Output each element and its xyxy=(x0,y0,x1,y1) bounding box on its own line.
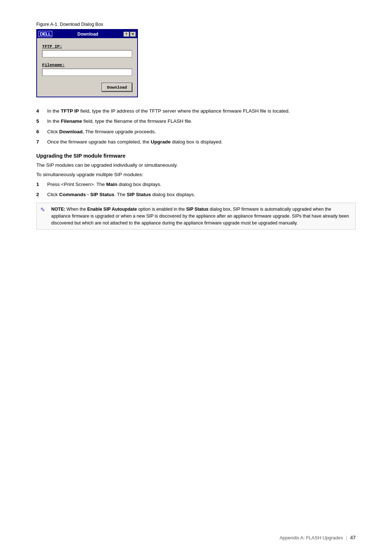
filename-label: Filename: xyxy=(42,62,132,67)
page-footer: Appendix A: FLASH Upgrades | 47 xyxy=(279,535,356,540)
steps-list-2: 1 Press <Print Screen>. The Main dialog … xyxy=(36,181,356,199)
footer-appendix-text: Appendix A: FLASH Upgrades xyxy=(279,535,343,540)
step-1: 1 Press <Print Screen>. The Main dialog … xyxy=(36,181,356,188)
footer-divider: | xyxy=(346,535,347,540)
note-label: NOTE: xyxy=(51,207,66,212)
para-1: The SIP modules can be upgraded individu… xyxy=(36,162,356,169)
filename-input[interactable] xyxy=(42,69,132,76)
dell-logo: DELL xyxy=(38,31,52,37)
dialog-body: TFTP IP: Filename: Download xyxy=(37,38,137,97)
step-1-text: Press <Print Screen>. The Main dialog bo… xyxy=(47,181,356,188)
note-icon: ✎ xyxy=(40,206,48,226)
step-2-num: 2 xyxy=(36,191,47,198)
dialog-controls: ? ✕ xyxy=(123,32,136,37)
step-2-text: Click Commands - SIP Status. The SIP Sta… xyxy=(47,191,356,198)
note-body: When the Enable SIP Autoupdate option is… xyxy=(51,207,349,226)
button-row: Download xyxy=(42,83,132,92)
step-1-num: 1 xyxy=(36,181,47,188)
figure-caption-text: Download Dialog Box xyxy=(60,22,103,27)
step-7: 7 Once the firmware upgrade has complete… xyxy=(36,138,356,146)
download-button[interactable]: Download xyxy=(102,83,132,92)
step-6-num: 6 xyxy=(36,128,47,135)
step-7-text: Once the firmware upgrade has completed,… xyxy=(47,138,356,146)
step-4: 4 In the TFTP IP field, type the IP addr… xyxy=(36,108,356,115)
step-5-num: 5 xyxy=(36,118,47,125)
footer-page-num: 47 xyxy=(350,535,356,540)
note-box: ✎ NOTE: When the Enable SIP Autoupdate o… xyxy=(36,203,356,230)
help-button[interactable]: ? xyxy=(123,32,129,37)
step-6: 6 Click Download. The firmware upgrade p… xyxy=(36,128,356,135)
dialog-title: Download xyxy=(54,32,122,37)
step-4-text: In the TFTP IP field, type the IP addres… xyxy=(47,108,356,115)
section-heading: Upgrading the SIP module firmware xyxy=(36,153,356,159)
step-2: 2 Click Commands - SIP Status. The SIP S… xyxy=(36,191,356,198)
dialog-titlebar: DELL Download ? ✕ xyxy=(37,30,137,38)
step-6-text: Click Download. The firmware upgrade pro… xyxy=(47,128,356,135)
page-content: Figure A-1. Download Dialog Box DELL Dow… xyxy=(36,22,356,230)
steps-list-1: 4 In the TFTP IP field, type the IP addr… xyxy=(36,108,356,146)
figure-caption-label: Figure A-1. xyxy=(36,22,58,27)
para-2: To simultaneously upgrade multiple SIP m… xyxy=(36,171,356,178)
note-text: NOTE: When the Enable SIP Autoupdate opt… xyxy=(51,206,352,226)
tftp-ip-input[interactable] xyxy=(42,50,132,57)
close-button[interactable]: ✕ xyxy=(130,32,136,37)
step-4-num: 4 xyxy=(36,108,47,115)
figure-caption: Figure A-1. Download Dialog Box xyxy=(36,22,356,27)
step-7-num: 7 xyxy=(36,138,47,146)
tftp-ip-label: TFTP IP: xyxy=(42,44,132,49)
step-5: 5 In the Filename field, type the filena… xyxy=(36,118,356,125)
dialog-box: DELL Download ? ✕ TFTP IP: Filename: Dow… xyxy=(36,29,138,97)
step-5-text: In the Filename field, type the filename… xyxy=(47,118,356,125)
